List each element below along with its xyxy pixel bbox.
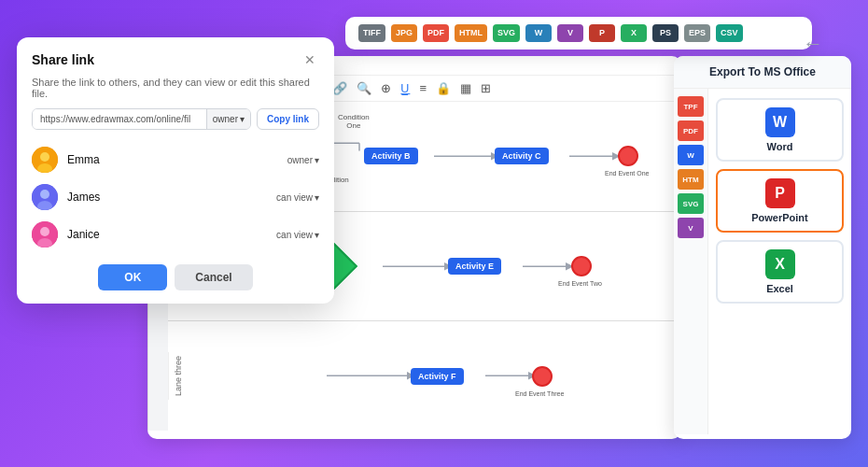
excel-label: Excel: [766, 283, 793, 294]
toolbar-underline-icon[interactable]: U̲: [398, 79, 413, 97]
mini-pdf[interactable]: PDF: [678, 120, 704, 141]
word-icon: W: [765, 107, 795, 137]
user-row-emma: Emma owner ▾: [17, 141, 334, 178]
user-name-janice: Janice: [67, 228, 267, 241]
link-permission-label: owner: [213, 114, 238, 124]
arrow-indicator: ←: [803, 32, 823, 56]
james-avatar-img: [32, 184, 58, 210]
format-excel[interactable]: X: [621, 24, 647, 42]
excel-icon: X: [765, 249, 795, 279]
svg-point-17: [40, 227, 49, 236]
mini-svg[interactable]: SVG: [678, 193, 704, 214]
mini-tpf[interactable]: TPF: [678, 96, 704, 117]
james-permission-label: can view: [276, 192, 313, 203]
svg-point-14: [40, 190, 49, 199]
end-event-one-label: End Event One: [605, 170, 649, 177]
end-event-one: [618, 146, 638, 166]
user-name-james: James: [67, 191, 267, 204]
export-word-option[interactable]: W Word: [716, 98, 844, 162]
mini-w[interactable]: W: [678, 145, 704, 165]
format-jpg[interactable]: JPG: [391, 24, 417, 42]
activity-e-wrapper: Activity E: [448, 258, 501, 275]
janice-permission-label: can view: [276, 230, 313, 240]
mini-html[interactable]: HTM: [678, 169, 704, 190]
dialog-header: Share link ✕: [17, 37, 334, 77]
export-panel: Export To MS Office TPF PDF W HTM SVG V …: [674, 56, 851, 439]
share-link-dialog: Share link ✕ Share the link to others, a…: [17, 37, 334, 304]
activity-f[interactable]: Activity F: [411, 368, 464, 385]
format-svg[interactable]: SVG: [493, 24, 520, 42]
format-eps[interactable]: EPS: [684, 24, 710, 42]
dialog-close-button[interactable]: ✕: [301, 50, 319, 69]
end-event-two: [571, 256, 592, 276]
user-permission-james[interactable]: can view ▾: [276, 192, 319, 203]
activity-c[interactable]: Activity C: [495, 148, 549, 164]
chevron-down-icon-emma: ▾: [315, 155, 319, 165]
end-event-three-label: End Event Three: [515, 390, 564, 397]
toolbar-minus-icon[interactable]: ≡: [416, 79, 429, 97]
export-excel-option[interactable]: X Excel: [716, 240, 844, 304]
ok-button[interactable]: OK: [98, 264, 167, 290]
svg-point-11: [40, 152, 49, 162]
format-ps[interactable]: PS: [652, 24, 679, 42]
export-panel-body: TPF PDF W HTM SVG V W Word P PowerPoint …: [674, 89, 851, 434]
format-ppt[interactable]: P: [589, 24, 615, 42]
chevron-down-icon: ▾: [240, 114, 245, 124]
user-permission-emma[interactable]: owner ▾: [287, 155, 319, 165]
format-visio[interactable]: V: [557, 24, 583, 42]
word-label: Word: [767, 141, 793, 152]
dialog-description: Share the link to others, and they can v…: [17, 77, 334, 108]
export-options: W Word P PowerPoint X Excel: [708, 89, 851, 434]
condition-one-label: ConditionOne: [338, 113, 370, 130]
format-csv[interactable]: CSV: [716, 24, 743, 42]
user-row-janice: Janice can view ▾: [17, 216, 334, 253]
dialog-title: Share link: [32, 52, 94, 67]
end-event-two-label: End Event Two: [558, 280, 602, 287]
link-permission-dropdown[interactable]: owner ▾: [206, 109, 250, 129]
mini-v[interactable]: V: [678, 218, 704, 238]
user-permission-janice[interactable]: can view ▾: [276, 230, 319, 240]
link-input[interactable]: [33, 109, 206, 129]
toolbar-grid-icon[interactable]: ⊞: [478, 79, 494, 97]
link-input-group: owner ▾: [32, 108, 251, 130]
end-event-three: [532, 366, 553, 387]
activity-e[interactable]: Activity E: [448, 258, 501, 275]
format-html[interactable]: HTML: [455, 24, 487, 42]
toolbar-frame-icon[interactable]: ▦: [457, 79, 474, 97]
toolbar-zoom-icon2[interactable]: ⊕: [378, 79, 394, 97]
chevron-down-icon-janice: ▾: [315, 230, 319, 240]
export-toolbar: TIFF JPG PDF HTML SVG W V P X PS EPS CSV: [345, 17, 812, 50]
chevron-down-icon-james: ▾: [315, 192, 319, 203]
janice-avatar-img: [32, 221, 58, 248]
lane-three: Lane three Activity F: [168, 321, 681, 431]
activity-b-wrapper: Activity B: [364, 148, 418, 164]
format-tiff[interactable]: TIFF: [358, 24, 385, 42]
dialog-link-row: owner ▾ Copy link: [17, 108, 334, 141]
format-word[interactable]: W: [525, 24, 552, 42]
export-ppt-option[interactable]: P PowerPoint: [716, 169, 844, 233]
toolbar-zoom-in-icon[interactable]: 🔍: [354, 79, 374, 97]
activity-b[interactable]: Activity B: [364, 148, 418, 164]
format-pdf[interactable]: PDF: [423, 24, 449, 42]
cancel-button[interactable]: Cancel: [175, 264, 252, 290]
end-event-two-wrapper: End Event Two: [571, 256, 592, 276]
dialog-actions: OK Cancel: [17, 253, 334, 304]
ppt-label: PowerPoint: [751, 212, 808, 223]
activity-f-wrapper: Activity F: [411, 368, 464, 385]
export-panel-title: Export To MS Office: [674, 56, 851, 89]
emma-permission-label: owner: [287, 155, 313, 165]
user-name-emma: Emma: [67, 153, 278, 166]
lane-three-content: Activity F End Event Three: [187, 321, 681, 431]
activity-c-wrapper: Activity C: [495, 148, 549, 164]
user-row-james: James can view ▾: [17, 178, 334, 216]
avatar-james: [32, 184, 58, 210]
emma-avatar-img: [32, 147, 58, 173]
end-event-one-wrapper: End Event One: [618, 146, 638, 166]
export-mini-icons: TPF PDF W HTM SVG V: [674, 89, 708, 434]
ppt-icon: P: [765, 178, 795, 208]
copy-link-button[interactable]: Copy link: [257, 108, 319, 130]
avatar-janice: [32, 221, 58, 248]
end-event-three-wrapper: End Event Three: [532, 366, 553, 387]
avatar-emma: [32, 147, 58, 173]
toolbar-lock-icon[interactable]: 🔒: [433, 79, 454, 97]
